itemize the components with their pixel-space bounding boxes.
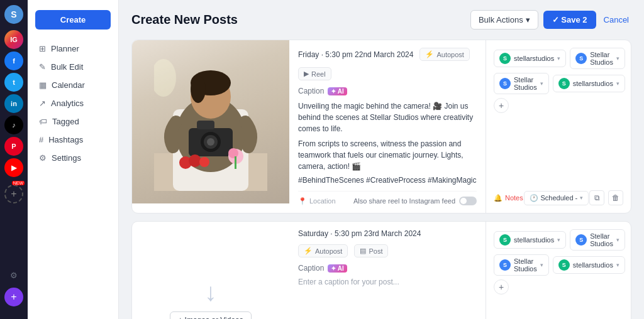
chevron-icon-1b: ▾ <box>616 55 619 62</box>
post-sidebar-1: S stellarstudios ▾ S Stellar Studios ▾ S… <box>486 40 631 213</box>
social-yt[interactable]: ▶ <box>4 158 23 177</box>
location-label-1[interactable]: 📍 Location <box>298 197 336 205</box>
chevron-icon-1c: ▾ <box>540 80 543 87</box>
add-social-button[interactable]: + <box>4 185 23 203</box>
svg-point-9 <box>207 138 214 146</box>
chevron-icon-1d: ▾ <box>616 80 619 87</box>
social-pi[interactable]: P <box>4 137 23 156</box>
caption-text-1b: From scripts to screens, witness the pas… <box>298 138 477 172</box>
add-account-button-2[interactable]: + <box>494 279 509 295</box>
chevron-icon-2d: ▾ <box>616 262 619 268</box>
social-li[interactable]: in <box>4 94 23 113</box>
sidebar-item-planner[interactable]: ⊞ Planner <box>30 40 116 58</box>
location-row-1: 📍 Location Also share reel to Instagram … <box>298 191 477 205</box>
settings-icon-bottom[interactable]: ⚙ <box>4 266 23 285</box>
user-avatar[interactable]: S <box>4 5 23 24</box>
save-button[interactable]: ✓ Save 2 <box>543 11 596 29</box>
chevron-down-icon: ▾ <box>526 15 530 24</box>
account-pill-2c[interactable]: S Stellar Studios ▾ <box>494 254 549 276</box>
chevron-icon-2c: ▾ <box>540 262 543 268</box>
account-pill-stellar-studios-1[interactable]: S Stellar Studios ▾ <box>570 48 625 69</box>
account-avatar-2a: S <box>499 234 511 246</box>
post-icon-2: ▤ <box>360 247 366 255</box>
account-avatar-1b: S <box>575 53 587 64</box>
add-account-button-1[interactable]: + <box>494 98 509 113</box>
sidebar-item-calendar[interactable]: ▦ Calendar <box>30 76 116 94</box>
post-card-1: Friday · 5:30 pm 22nd March 2024 ⚡ Autop… <box>131 40 631 214</box>
post-actions-1: 🔔 Notes 🕐 Scheduled - ▾ ⧉ 🗑 <box>494 185 623 205</box>
icon-bar: S IG f t in ♪ P ▶ + NEW ⚙ + <box>0 0 28 319</box>
social-fb[interactable]: f <box>4 51 23 70</box>
social-tk[interactable]: ♪ <box>4 116 23 134</box>
svg-point-17 <box>154 59 176 97</box>
calendar-icon: ▦ <box>39 80 47 90</box>
notes-button-1[interactable]: 🔔 Notes <box>494 194 523 202</box>
sidebar-item-analytics[interactable]: ↗ Analytics <box>30 94 116 112</box>
reel-icon: ▶ <box>304 70 309 78</box>
hashtags-icon: # <box>39 135 43 144</box>
post-image-2: ↓ + Images or Videos <box>132 222 289 319</box>
post-date-2: Saturday · 5:30 pm 23rd March 2024 <box>298 229 421 238</box>
account-pill-stellarstudios-1[interactable]: S stellarstudios ▾ <box>494 50 566 67</box>
account-avatar-1a: S <box>499 53 511 64</box>
delete-button-1[interactable]: 🗑 <box>608 190 623 205</box>
caption-row-1: Caption ✦ AI <box>298 87 477 95</box>
social-tw[interactable]: t <box>4 73 23 92</box>
upload-placeholder: ↓ + Images or Videos <box>132 222 289 319</box>
reel-tag-1[interactable]: ▶ Reel <box>298 67 331 80</box>
page-header: Create New Posts Bulk Actions ▾ ✓ Save 2… <box>131 10 631 30</box>
location-icon: 📍 <box>298 197 307 205</box>
share-toggle-switch-1[interactable] <box>459 197 477 205</box>
account-row-2b: S Stellar Studios ▾ S stellarstudios ▾ <box>494 254 623 276</box>
ai-badge-2[interactable]: ✦ AI <box>328 264 347 273</box>
settings-icon: ⚙ <box>39 153 47 163</box>
account-row-1b: S Stellar Studios ▾ S stellarstudios ▾ <box>494 73 623 94</box>
main-content: Create New Posts Bulk Actions ▾ ✓ Save 2… <box>119 0 644 319</box>
autopost-tag-2[interactable]: ⚡ Autopost <box>298 244 348 257</box>
planner-icon: ⊞ <box>39 44 46 53</box>
account-pill-2d[interactable]: S stellarstudios ▾ <box>553 256 625 274</box>
ai-badge-1[interactable]: ✦ AI <box>328 87 347 95</box>
account-pill-2a[interactable]: S stellarstudios ▾ <box>494 231 566 249</box>
account-pill-stellarstudios-2[interactable]: S stellarstudios ▾ <box>553 75 625 92</box>
post-date-1: Friday · 5:30 pm 22nd March 2024 <box>298 50 413 59</box>
icon-actions-1: ⧉ 🗑 <box>589 190 623 205</box>
post-type-tag-2[interactable]: ▤ Post <box>354 244 388 257</box>
account-pill-2b[interactable]: S Stellar Studios ▾ <box>570 229 625 251</box>
sidebar: Create ⊞ Planner ✎ Bulk Edit ▦ Calendar … <box>28 0 119 319</box>
autopost-tag-1[interactable]: ⚡ Autopost <box>419 48 469 61</box>
tagged-icon: 🏷 <box>39 117 47 126</box>
upload-arrow-icon: ↓ <box>204 278 217 306</box>
account-avatar-1c: S <box>499 78 511 89</box>
add-icon-bottom[interactable]: + <box>4 288 23 306</box>
post-hashtags-1: #BehindTheScenes #CreativeProcess #Makin… <box>298 176 477 185</box>
bulk-actions-button[interactable]: Bulk Actions ▾ <box>470 10 538 30</box>
svg-rect-10 <box>197 121 214 129</box>
sidebar-item-hashtags[interactable]: # Hashtags <box>30 131 116 149</box>
social-ig[interactable]: IG <box>4 30 23 49</box>
upload-button[interactable]: + Images or Videos <box>170 311 252 320</box>
scheduled-button-1[interactable]: 🕐 Scheduled - ▾ <box>524 191 589 205</box>
ai-icon: ✦ <box>331 88 336 95</box>
notes-icon: 🔔 <box>494 194 502 202</box>
cancel-button[interactable]: Cancel <box>601 11 631 29</box>
sidebar-bottom: ⚙ + <box>4 261 23 314</box>
account-avatar-2b: S <box>575 234 587 246</box>
sidebar-item-tagged[interactable]: 🏷 Tagged <box>30 112 116 131</box>
account-pill-stellar-studios-2[interactable]: S Stellar Studios ▾ <box>494 73 549 94</box>
account-avatar-2c: S <box>499 259 511 271</box>
sidebar-item-bulk-edit[interactable]: ✎ Bulk Edit <box>30 58 116 76</box>
copy-button-1[interactable]: ⧉ <box>589 190 604 205</box>
post-content-1: Friday · 5:30 pm 22nd March 2024 ⚡ Autop… <box>289 40 486 213</box>
svg-rect-16 <box>235 156 236 169</box>
sidebar-item-settings[interactable]: ⚙ Settings <box>30 149 116 167</box>
create-button[interactable]: Create <box>35 10 111 30</box>
caption-placeholder-2[interactable]: Enter a caption for your post... <box>298 278 477 286</box>
scheduled-chevron: ▾ <box>580 195 583 201</box>
share-toggle-1: Also share reel to Instagram feed <box>353 197 477 205</box>
ai-icon-2: ✦ <box>331 265 336 272</box>
analytics-icon: ↗ <box>39 99 46 108</box>
account-row-2a: S stellarstudios ▾ S Stellar Studios ▾ <box>494 229 623 251</box>
post-meta-row-1: Friday · 5:30 pm 22nd March 2024 ⚡ Autop… <box>298 48 477 80</box>
new-badge: NEW <box>12 181 25 185</box>
